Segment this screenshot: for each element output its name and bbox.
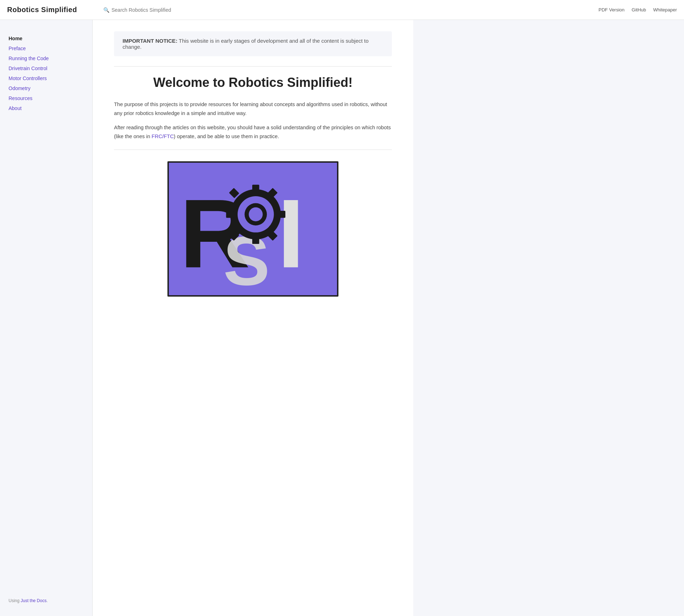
welcome-heading: Welcome to Robotics Simplified! — [114, 75, 392, 90]
main-content: IMPORTANT NOTICE: This website is in ear… — [93, 20, 413, 616]
frc-ftc-link[interactable]: FRC/FTC — [152, 134, 174, 139]
sidebar-item-drivetrain-control[interactable]: Drivetrain Control — [9, 64, 85, 73]
notice-bold: IMPORTANT NOTICE: — [123, 38, 177, 44]
sidebar-item-running-the-code[interactable]: Running the Code — [9, 54, 85, 63]
intro-paragraph-2: After reading through the articles on th… — [114, 123, 392, 141]
logo-container: R I S — [114, 161, 392, 297]
svg-text:I: I — [278, 179, 305, 288]
svg-rect-10 — [278, 211, 286, 218]
site-title: Robotics Simplified — [7, 6, 100, 14]
intro-paragraph-1: The purpose of this projects is to provi… — [114, 100, 392, 118]
just-the-docs-link[interactable]: Just the Docs — [21, 598, 47, 603]
sidebar-item-home[interactable]: Home — [9, 34, 85, 43]
svg-point-7 — [249, 207, 263, 221]
search-input[interactable] — [112, 7, 595, 13]
sidebar-footer-text: Using — [9, 598, 21, 603]
divider-1 — [114, 66, 392, 67]
rsi-logo-svg: R I S — [169, 163, 337, 295]
sidebar-nav: Home Preface Running the Code Drivetrain… — [9, 34, 85, 113]
sidebar-item-about[interactable]: About — [9, 104, 85, 113]
search-icon: 🔍 — [103, 7, 109, 13]
pdf-version-link[interactable]: PDF Version — [598, 7, 625, 12]
svg-rect-9 — [252, 236, 259, 244]
sidebar: Home Preface Running the Code Drivetrain… — [0, 20, 93, 616]
svg-rect-11 — [226, 211, 234, 218]
rsi-logo: R I S — [167, 161, 338, 297]
top-bar: Robotics Simplified 🔍 PDF Version GitHub… — [0, 0, 684, 20]
sidebar-item-motor-controllers[interactable]: Motor Controllers — [9, 74, 85, 83]
search-bar: 🔍 — [100, 7, 598, 13]
layout: Home Preface Running the Code Drivetrain… — [0, 20, 684, 616]
divider-2 — [114, 150, 392, 150]
sidebar-footer: Using Just the Docs. — [9, 598, 85, 609]
svg-rect-8 — [252, 184, 259, 192]
sidebar-item-resources[interactable]: Resources — [9, 94, 85, 103]
github-link[interactable]: GitHub — [632, 7, 646, 12]
top-nav: PDF Version GitHub Whitepaper — [598, 7, 677, 12]
sidebar-item-odometry[interactable]: Odometry — [9, 84, 85, 93]
gear-group — [226, 184, 285, 244]
whitepaper-link[interactable]: Whitepaper — [653, 7, 677, 12]
notice-box: IMPORTANT NOTICE: This website is in ear… — [114, 31, 392, 56]
sidebar-item-preface[interactable]: Preface — [9, 44, 85, 53]
